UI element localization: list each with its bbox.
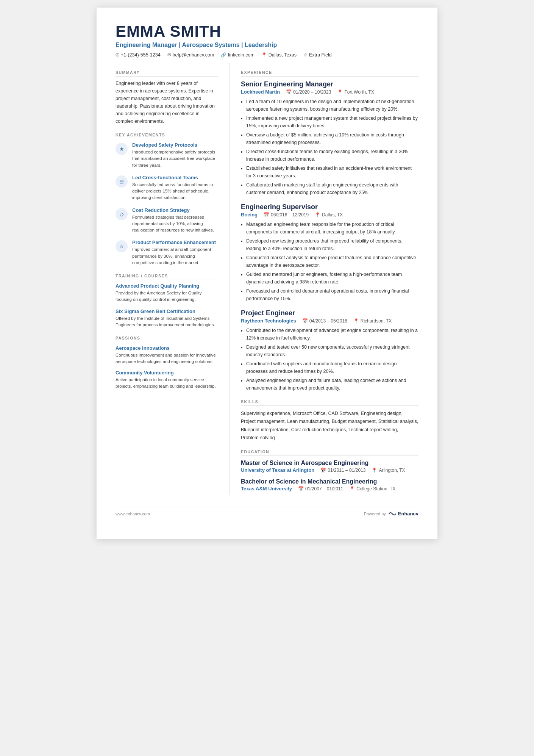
header: EMMA SMITH Engineering Manager | Aerospa… <box>116 23 418 63</box>
summary-label: SUMMARY <box>116 70 218 77</box>
education-label: EDUCATION <box>241 449 418 456</box>
diamond-icon: ◇ <box>120 211 124 217</box>
training-item-0: Advanced Product Quality Planning Provid… <box>116 283 218 303</box>
skills-label: SKILLS <box>241 399 418 406</box>
edu-location-1: 📍 College Station, TX <box>349 486 395 491</box>
achievement-desc-3: Improved commercial aircraft component p… <box>132 246 218 266</box>
job-title-0: Senior Engineering Manager <box>241 80 418 88</box>
bullet-2-3: Analyzed engineering design and failure … <box>246 377 418 392</box>
bullet-0-0: Led a team of 10 engineers in the design… <box>246 98 418 113</box>
bullets-0: Led a team of 10 engineers in the design… <box>246 98 418 196</box>
passion-item-1: Community Volunteering Active participat… <box>116 370 218 390</box>
bullet-0-4: Established safety initiatives that resu… <box>246 164 418 180</box>
location-0: 📍 Fort Worth, TX <box>337 89 374 95</box>
email-icon: ✉ <box>167 52 171 58</box>
achievement-item-0: ★ Developed Safety Protocols Introduced … <box>116 142 218 169</box>
training-desc-1: Offered by the Institute of Industrial a… <box>116 315 218 329</box>
achievement-icon-wrap-3: ☆ <box>116 240 128 252</box>
degree-0: Master of Science in Aerospace Engineeri… <box>241 460 418 466</box>
edu-calendar-icon-0: 📅 <box>320 468 326 473</box>
bullets-1: Managed an engineering team responsible … <box>246 221 418 302</box>
bullet-1-2: Conducted market analysis to improve pro… <box>246 254 418 269</box>
edu-meta-1: Texas A&M University 📅 01/2007 – 01/2011… <box>241 486 418 491</box>
phone-icon: ✆ <box>116 52 119 58</box>
pin-icon-2: 📍 <box>353 318 359 324</box>
training-list: Advanced Product Quality Planning Provid… <box>116 283 218 328</box>
edu-dates-0: 📅 01/2011 – 01/2013 <box>320 468 365 473</box>
calendar-icon-2: 📅 <box>302 318 308 324</box>
achievement-title-1: Led Cross-functional Teams <box>132 175 218 180</box>
location-1: 📍 Dallas, TX <box>315 212 343 218</box>
achievements-list: ★ Developed Safety Protocols Introduced … <box>116 142 218 266</box>
job-0: Senior Engineering Manager Lockheed Mart… <box>241 80 418 196</box>
achievement-content-2: Cost Reduction Strategy Formulated strat… <box>132 207 218 234</box>
pin-icon-1: 📍 <box>315 212 320 218</box>
location-2: 📍 Richardson, TX <box>353 318 392 324</box>
training-label: TRAINING / COURSES <box>116 274 218 280</box>
passion-title-0: Aerospace Innovations <box>116 345 218 351</box>
school-0: University of Texas at Arlington <box>241 467 314 473</box>
flag-icon: ⊟ <box>119 178 124 185</box>
passion-desc-1: Active participation in local community … <box>116 377 218 390</box>
main-layout: SUMMARY Engineering leader with over 8 y… <box>116 63 418 495</box>
candidate-name: EMMA SMITH <box>116 23 418 40</box>
resume-page: EMMA SMITH Engineering Manager | Aerospa… <box>97 8 437 539</box>
bullet-0-3: Directed cross-functional teams to modif… <box>246 148 418 163</box>
achievement-title-3: Product Performance Enhancement <box>132 239 218 245</box>
phone-item: ✆ +1-(234)-555-1234 <box>116 52 161 58</box>
dates-1: 📅 06/2016 – 12/2019 <box>264 212 309 218</box>
job-title-2: Project Engineer <box>241 309 418 317</box>
training-item-1: Six Sigma Green Belt Certification Offer… <box>116 308 218 329</box>
company-1: Boeing <box>241 212 258 218</box>
passions-label: PASSIONS <box>116 336 218 342</box>
company-2: Raytheon Technologies <box>241 318 296 324</box>
powered-by-text: Powered by <box>364 512 386 516</box>
job-2: Project Engineer Raytheon Technologies 📅… <box>241 309 418 392</box>
achievement-desc-1: Successfully led cross-functional teams … <box>132 182 218 201</box>
achievement-item-1: ⊟ Led Cross-functional Teams Successfull… <box>116 175 218 201</box>
training-title-1: Six Sigma Green Belt Certification <box>116 308 218 314</box>
linkedin-value: linkedin.com <box>228 52 254 58</box>
location-item: 📍 Dallas, Texas <box>261 52 297 58</box>
bullet-1-0: Managed an engineering team responsible … <box>246 221 418 236</box>
email-item: ✉ help@enhancv.com <box>167 52 214 58</box>
job-meta-1: Boeing 📅 06/2016 – 12/2019 📍 Dallas, TX <box>241 212 418 218</box>
job-1: Engineering Supervisor Boeing 📅 06/2016 … <box>241 203 418 302</box>
dates-0: 📅 01/2020 – 10/2023 <box>286 89 331 95</box>
skills-text: Supervising experience, Microsoft Office… <box>241 410 418 442</box>
extra-field-value: Extra Field <box>309 52 332 58</box>
passion-desc-0: Continuous improvement and passion for i… <box>116 352 218 365</box>
email-value: help@enhancv.com <box>173 52 214 58</box>
enhancv-logo: Enhancv <box>388 511 418 517</box>
brand-name: Enhancv <box>398 511 418 517</box>
achievement-content-3: Product Performance Enhancement Improved… <box>132 239 218 266</box>
bullet-1-4: Forecasted and controlled departmental o… <box>246 287 418 302</box>
phone-value: +1-(234)-555-1234 <box>121 52 161 58</box>
bullet-0-5: Collaborated with marketing staff to ali… <box>246 181 418 196</box>
edu-meta-0: University of Texas at Arlington 📅 01/20… <box>241 467 418 473</box>
job-title-1: Engineering Supervisor <box>241 203 418 211</box>
edu-pin-icon-0: 📍 <box>372 468 377 473</box>
bullet-2-2: Coordinated with suppliers and manufactu… <box>246 360 418 375</box>
bullet-2-0: Contributed to the development of advanc… <box>246 327 418 342</box>
bullet-0-2: Oversaw a budget of $5 million, achievin… <box>246 131 418 146</box>
training-desc-0: Provided by the American Society for Qua… <box>116 290 218 303</box>
achievement-title-0: Developed Safety Protocols <box>132 142 218 148</box>
contact-row: ✆ +1-(234)-555-1234 ✉ help@enhancv.com 🔗… <box>116 52 418 63</box>
star-outline-icon: ☆ <box>119 243 124 249</box>
bullets-2: Contributed to the development of advanc… <box>246 327 418 392</box>
star-filled-icon: ★ <box>119 146 124 152</box>
enhancv-logo-icon <box>388 511 397 517</box>
company-0: Lockheed Martin <box>241 89 280 95</box>
edu-block-1: Bachelor of Science in Mechanical Engine… <box>241 478 418 491</box>
bullet-1-3: Guided and mentored junior engineers, fo… <box>246 271 418 286</box>
achievement-icon-wrap-2: ◇ <box>116 208 128 220</box>
job-meta-0: Lockheed Martin 📅 01/2020 – 10/2023 📍 Fo… <box>241 89 418 95</box>
summary-text: Engineering leader with over 8 years of … <box>116 80 218 125</box>
achievement-title-2: Cost Reduction Strategy <box>132 207 218 213</box>
bullet-2-1: Designed and tested over 50 new componen… <box>246 343 418 358</box>
school-1: Texas A&M University <box>241 486 292 491</box>
achievement-content-0: Developed Safety Protocols Introduced co… <box>132 142 218 169</box>
edu-location-0: 📍 Arlington, TX <box>372 468 405 473</box>
passions-list: Aerospace Innovations Continuous improve… <box>116 345 218 390</box>
